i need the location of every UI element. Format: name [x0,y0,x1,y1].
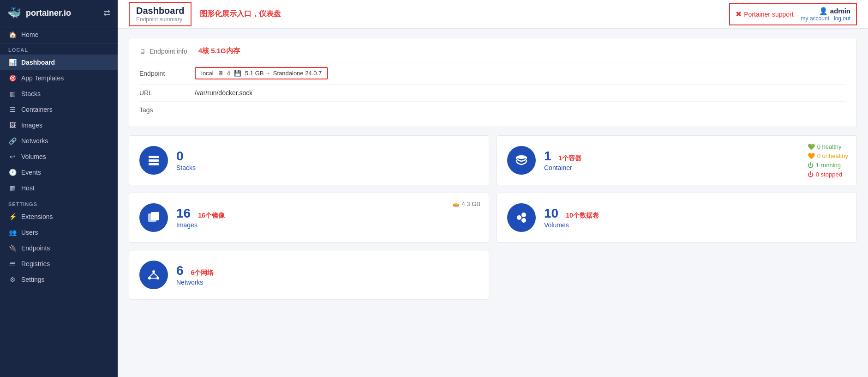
images-icon: 🖼 [8,122,17,129]
svg-rect-2 [149,163,159,165]
home-icon: 🏠 [8,31,17,38]
networks-stat-icon [139,261,168,289]
endpoint-info-card: 🖥 Endpoint info 4核 5.1G内存 Endpoint local… [129,38,857,127]
transfer-icon[interactable]: ⇄ [103,8,110,18]
sidebar-local-label: LOCAL [0,43,118,55]
networks-label: Networks [176,279,479,286]
url-value: /var/run/docker.sock [195,89,252,97]
sidebar-item-events-label: Events [21,169,41,176]
networks-icon: 🔗 [8,137,17,145]
cpu-icon: 🖥 [217,70,223,77]
sidebar-item-events[interactable]: 🕐 Events [0,164,118,180]
stats-grid: 0 Stacks 1 1个容器 [129,135,857,300]
logout-link[interactable]: log out [834,15,850,22]
unhealthy-heart-icon: 🧡 [808,152,815,159]
sidebar-item-stacks[interactable]: ▦ Stacks [0,86,118,102]
containers-stat-info: 1 1个容器 Container [544,149,846,172]
sidebar-item-networks[interactable]: 🔗 Networks [0,133,118,149]
containers-icon: ☰ [8,106,17,113]
sidebar-item-containers[interactable]: ☰ Containers [0,102,118,117]
pie-chart-icon: 🥧 [452,201,460,207]
endpoint-label: Endpoint [139,70,195,77]
admin-name: 👤 admin [819,7,850,15]
unhealthy-count: 0 unhealthy [817,152,848,159]
events-icon: 🕐 [8,169,17,176]
running-count: 1 running [816,162,841,169]
svg-point-8 [521,218,526,223]
content-area: 🖥 Endpoint info 4核 5.1G内存 Endpoint local… [118,29,868,377]
svg-point-9 [152,270,155,273]
stat-card-stacks[interactable]: 0 Stacks [129,135,489,185]
registries-icon: 🗃 [8,260,17,268]
running-icon: ⏻ [808,162,814,169]
sidebar-item-extensions-label: Extensions [21,213,53,220]
support-icon: ✖ [736,10,742,18]
images-stat-info: 16 16个镜像 Images [176,207,479,229]
dashboard-icon: 📊 [8,59,17,66]
svg-point-7 [521,213,526,217]
tags-label: Tags [139,106,195,114]
sidebar-item-extensions[interactable]: ⚡ Extensions [0,209,118,225]
stopped-icon: ⏻ [808,171,814,178]
sidebar-item-app-templates[interactable]: 🎯 App Templates [0,70,118,86]
sidebar-item-registries[interactable]: 🗃 Registries [0,256,118,272]
support-button[interactable]: ✖ Portainer support [736,10,793,18]
sidebar-item-users-label: Users [21,229,38,236]
svg-point-3 [516,155,527,159]
sidebar-item-dashboard-label: Dashboard [21,59,55,66]
stat-card-networks[interactable]: 6 6个网络 Networks [129,250,489,300]
stacks-stat-icon [139,146,168,175]
endpoint-type: Standalone 24.0.7 [273,70,322,77]
support-label: Portainer support [744,11,793,18]
endpoint-card-header: 🖥 Endpoint info 4核 5.1G内存 [139,47,846,55]
sidebar-item-images[interactable]: 🖼 Images [0,117,118,133]
images-size-badge: 🥧 4.3 GB [452,201,480,207]
networks-stat-info: 6 6个网络 Networks [176,264,479,286]
my-account-link[interactable]: my account [801,15,829,22]
containers-label: Container [544,164,846,171]
sidebar-logo[interactable]: 🐳 portainer.io ⇄ [0,0,118,26]
volumes-label: Volumes [544,221,846,229]
volumes-stat-info: 10 10个数据卷 Volumes [544,207,846,229]
endpoint-info-icon: 🖥 [139,48,146,55]
stopped-count: 0 stopped [816,171,842,178]
svg-point-6 [517,215,521,220]
url-label: URL [139,89,195,97]
logo-text: portainer.io [26,8,71,18]
endpoint-info-label: Endpoint info [150,48,187,55]
topbar-right: ✖ Portainer support 👤 admin my account l… [729,3,857,25]
sidebar-item-host-label: Host [21,184,35,192]
sidebar-item-settings[interactable]: ⚙ Settings [0,272,118,287]
users-icon: 👥 [8,229,17,236]
stacks-stat-info: 0 Stacks [176,149,479,172]
healthy-status: 💚 0 healthy [808,143,848,150]
endpoint-row-tags: Tags [139,101,846,118]
sidebar-item-endpoints-label: Endpoints [21,244,50,252]
sidebar-item-registries-label: Registries [21,260,50,268]
separator: - [267,70,269,77]
sidebar-item-home[interactable]: 🏠 Home [0,26,118,43]
page-title: Dashboard [136,6,184,16]
sidebar-item-endpoints[interactable]: 🔌 Endpoints [0,240,118,256]
sidebar-item-users[interactable]: 👥 Users [0,225,118,240]
sidebar-item-host[interactable]: ▦ Host [0,180,118,196]
memory-value: 5.1 GB [245,70,263,77]
admin-person-icon: 👤 [819,7,828,15]
sidebar-item-containers-label: Containers [21,106,53,113]
stat-card-containers[interactable]: 1 1个容器 Container 💚 0 healthy 🧡 0 unhealt… [497,135,857,185]
volumes-number: 10 [544,207,558,221]
stat-card-images[interactable]: 16 16个镜像 Images 🥧 4.3 GB [129,193,489,243]
stacks-label: Stacks [176,164,479,171]
endpoint-annotation: 4核 5.1G内存 [198,47,240,55]
endpoint-row-url: URL /var/run/docker.sock [139,84,846,101]
settings-section-label: SETTINGS [0,196,118,209]
stacks-icon: ▦ [8,90,17,97]
sidebar-item-app-templates-label: App Templates [21,74,64,82]
sidebar-item-dashboard[interactable]: 📊 Dashboard [0,55,118,70]
containers-status: 💚 0 healthy 🧡 0 unhealthy ⏻ 1 running ⏻ … [808,143,848,178]
sidebar-item-settings-label: Settings [21,276,45,283]
svg-line-12 [150,273,154,277]
endpoint-row-endpoint: Endpoint local 🖥 4 💾 5.1 GB - Standalone… [139,62,846,84]
stat-card-volumes[interactable]: 10 10个数据卷 Volumes [497,193,857,243]
sidebar-item-volumes[interactable]: ↩ Volumes [0,149,118,164]
